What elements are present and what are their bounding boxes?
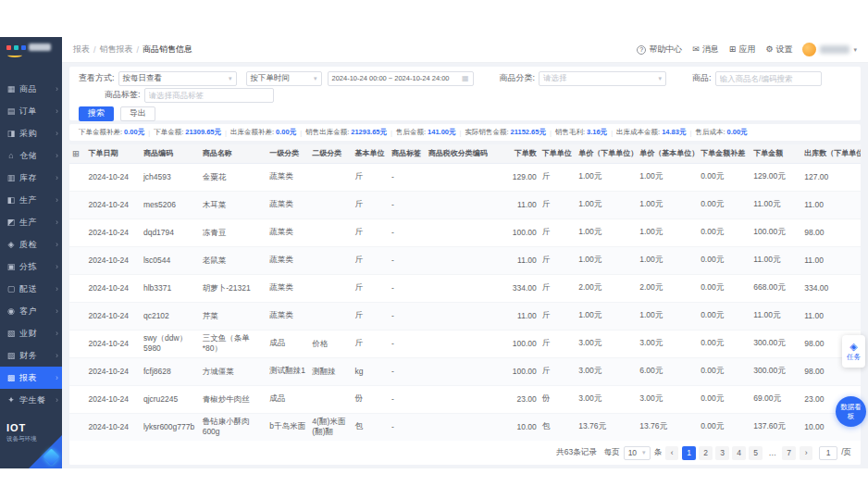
sidebar-item-3[interactable]: ◨采购› xyxy=(0,122,62,144)
next-page-button[interactable]: › xyxy=(800,446,812,460)
column-header[interactable]: 商品税收分类编码 xyxy=(426,144,490,163)
cell: 11.00 xyxy=(490,246,539,274)
sidebar-item-13[interactable]: ▨财务› xyxy=(0,344,62,367)
user-menu[interactable]: ▾ xyxy=(802,43,857,56)
menu-icon: ⌂ xyxy=(6,151,16,160)
filter-row-3: 搜索 导出 xyxy=(79,106,851,121)
table-row[interactable]: 2024-10-24lyksr600g777b鲁钻康小酥肉600gb千岛米面4(… xyxy=(69,413,861,441)
column-header[interactable]: 二级分类 xyxy=(309,144,352,163)
column-header[interactable]: 下单金额 xyxy=(750,144,801,163)
sidebar-item-6[interactable]: ◧生产› xyxy=(0,189,62,211)
date-range-picker[interactable]: 2024-10-24 00:00 ~ 2024-10-24 24:00 ▦ xyxy=(328,71,474,86)
cell: 334.00 xyxy=(490,274,539,302)
cell: 2024-10-24 xyxy=(86,330,141,357)
cell: 斤 xyxy=(539,274,577,302)
sidebar-item-5[interactable]: ▥库存› xyxy=(0,167,62,189)
column-header[interactable]: 下单单位 xyxy=(539,144,577,163)
sidebar-item-1[interactable]: ▦商品› xyxy=(0,78,62,100)
page-button[interactable]: 1 xyxy=(682,446,696,460)
column-header[interactable]: 商品编码 xyxy=(141,144,200,163)
column-header[interactable]: 基本单位 xyxy=(353,144,390,163)
expand-icon[interactable]: ⊞ xyxy=(72,149,80,158)
column-header[interactable]: 单价（下单单位） xyxy=(576,144,637,163)
column-header[interactable]: 商品标签 xyxy=(389,144,426,163)
sidebar-item-11[interactable]: ◉客户› xyxy=(0,300,62,322)
column-header[interactable]: 下单金额补差 xyxy=(698,144,750,163)
prev-page-button[interactable]: ‹ xyxy=(665,446,678,460)
task-float-button[interactable]: ◈ 任务 xyxy=(842,335,865,368)
sidebar-item-7[interactable]: ◩生产› xyxy=(0,211,62,233)
chevron-down-icon: ▾ xyxy=(659,75,663,82)
cell xyxy=(426,413,490,441)
table-row[interactable]: 2024-10-24jch4593金粟花蔬菜类斤-129.00斤1.00元1.0… xyxy=(69,163,861,191)
cell: 3.00元 xyxy=(576,330,637,357)
column-header[interactable]: 一级分类 xyxy=(267,144,309,163)
table-row[interactable]: 2024-10-24mes5206木耳菜蔬菜类斤-11.00斤1.00元1.00… xyxy=(69,191,861,218)
sidebar-item-2[interactable]: ▤订单› xyxy=(0,100,62,122)
time-type-select[interactable]: 按下单时间 ▾ xyxy=(246,71,322,86)
column-header[interactable]: 下单日期 xyxy=(86,144,141,163)
cell: 蔬菜类 xyxy=(267,191,309,218)
column-header[interactable]: 商品名称 xyxy=(200,144,267,163)
brand-name-blurred xyxy=(29,44,51,51)
cell: 斤 xyxy=(539,357,577,385)
chevron-right-icon: › xyxy=(56,306,58,316)
cell: 1.00元 xyxy=(576,302,637,330)
table-row[interactable]: 2024-10-24qjcru2245青椒炒牛肉丝成品份-23.00份3.00元… xyxy=(69,385,861,413)
action-label: 应用 xyxy=(738,44,755,56)
sidebar-item-9[interactable]: ▣分拣› xyxy=(0,256,62,278)
cell xyxy=(309,246,352,274)
stat-item: 销售毛利:3.16元 xyxy=(555,128,607,137)
per-page-select[interactable]: 10 ▾ xyxy=(624,446,651,460)
stat-label: 实际销售金额: xyxy=(465,128,509,136)
cell: 3.00元 xyxy=(576,385,637,413)
sales-table: ⊞下单日期商品编码商品名称一级分类二级分类基本单位商品标签商品税收分类编码下单数… xyxy=(69,144,861,442)
category-placeholder: 请选择 xyxy=(543,73,567,84)
page-button[interactable]: 4 xyxy=(732,446,746,460)
cell: 100.00 xyxy=(490,357,539,385)
column-header[interactable]: 出库数（下单单位） xyxy=(801,144,861,163)
export-button[interactable]: 导出 xyxy=(120,106,155,121)
column-header[interactable]: 单价（基本单位） xyxy=(637,144,698,163)
page-button[interactable]: 3 xyxy=(715,446,729,460)
settings-action[interactable]: ⚙设置 xyxy=(765,44,792,56)
cell: 10.00 xyxy=(490,413,539,441)
cell: 价格 xyxy=(309,330,352,357)
cell xyxy=(426,385,490,413)
product-search-input[interactable] xyxy=(715,71,822,86)
cell: jch4593 xyxy=(141,163,200,191)
column-header[interactable]: 下单数 xyxy=(490,144,539,163)
table-row[interactable]: 2024-10-24hlb3371胡萝卜-21321蔬菜类斤-334.00斤2.… xyxy=(69,274,861,302)
cell: 斤 xyxy=(353,163,390,191)
page-button[interactable]: 2 xyxy=(699,446,713,460)
page-button[interactable]: 7 xyxy=(782,446,796,460)
product-label: 商品: xyxy=(692,72,712,84)
sidebar-item-12[interactable]: ▧业财› xyxy=(0,322,62,344)
breadcrumb-item[interactable]: 报表 xyxy=(73,44,90,56)
table-row[interactable]: 2024-10-24lsc0544老鼠菜蔬菜类斤-11.00斤1.00元1.00… xyxy=(69,246,861,274)
page-button[interactable]: 5 xyxy=(749,446,763,460)
cell xyxy=(426,302,490,330)
dashboard-float-button[interactable]: 数据看板 xyxy=(836,396,866,427)
view-mode-select[interactable]: 按每日查看 ▾ xyxy=(118,71,237,86)
topbar-actions: ?帮助中心✉消息⊞应用⚙设置 xyxy=(637,44,792,56)
time-type-value: 按下单时间 xyxy=(251,73,291,84)
search-button[interactable]: 搜索 xyxy=(79,106,114,121)
table-row[interactable]: 2024-10-24qc2102芹菜蔬菜类斤-11.00斤1.00元1.00元0… xyxy=(69,302,861,330)
category-select[interactable]: 请选择 ▾ xyxy=(539,71,666,86)
sidebar-item-10[interactable]: ▢配送› xyxy=(0,278,62,300)
table-row[interactable]: 2024-10-24fcfj8628方城僵菜测试翻辣1测翻辣kg-100.00斤… xyxy=(69,357,861,385)
message-action[interactable]: ✉消息 xyxy=(692,44,719,56)
table-row[interactable]: 2024-10-24dqd1794冻青豆蔬菜类斤-100.00斤1.00元1.0… xyxy=(69,218,861,246)
sidebar-item-4[interactable]: ⌂仓储› xyxy=(0,144,62,167)
breadcrumb-item[interactable]: 销售报表 xyxy=(100,44,133,56)
iot-subtitle: 设备与环境 xyxy=(6,435,56,443)
apps-action[interactable]: ⊞应用 xyxy=(729,44,756,56)
help-action[interactable]: ?帮助中心 xyxy=(637,44,682,56)
table-row[interactable]: 2024-10-24swy（ddw）5980三文鱼（条单*80）成品价格斤-10… xyxy=(69,330,861,357)
tag-input[interactable] xyxy=(144,88,274,103)
sidebar-item-15[interactable]: ✦学生餐› xyxy=(0,389,62,411)
sidebar-item-8[interactable]: ◈质检› xyxy=(0,233,62,256)
goto-page-input[interactable] xyxy=(819,446,837,460)
sidebar-item-14[interactable]: ▩报表› xyxy=(0,367,62,389)
